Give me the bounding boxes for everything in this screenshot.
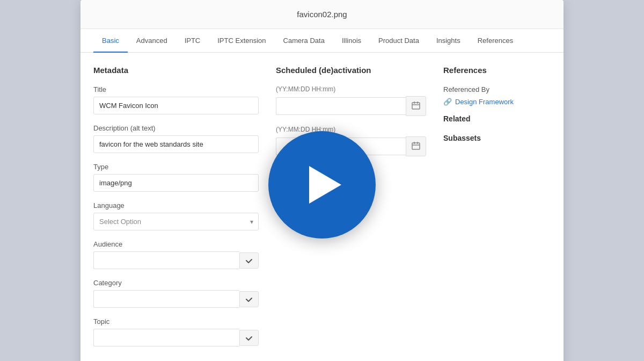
topic-input-wrapper — [93, 329, 259, 346]
audience-input-wrapper — [93, 251, 259, 269]
tab-iptc[interactable]: IPTC — [176, 29, 209, 52]
category-field-group: Category — [93, 279, 259, 308]
checkmark-icon — [245, 334, 253, 342]
tab-illinois[interactable]: Illinois — [333, 29, 370, 52]
topic-input[interactable] — [93, 329, 239, 346]
referenced-by-section: Referenced By 🔗 Design Framework — [443, 85, 551, 106]
svg-rect-4 — [412, 143, 420, 149]
tab-references[interactable]: References — [469, 29, 522, 52]
tab-iptc-extension[interactable]: IPTC Extension — [209, 29, 274, 52]
link-icon: 🔗 — [443, 98, 452, 106]
references-sidebar-title: References — [443, 66, 551, 75]
title-field-group: Title — [93, 85, 259, 114]
category-label: Category — [93, 279, 259, 287]
subassets-section: Subassets — [443, 134, 551, 142]
type-input[interactable] — [93, 174, 259, 192]
metadata-form: Metadata Title Description (alt text) Ty… — [93, 66, 259, 356]
main-window: favicon02.png Basic Advanced IPTC IPTC E… — [80, 0, 564, 361]
audience-input[interactable] — [93, 251, 239, 269]
play-icon — [309, 166, 341, 204]
category-checkbox-button[interactable] — [239, 291, 259, 307]
svg-rect-0 — [412, 103, 420, 109]
subassets-label: Subassets — [443, 134, 551, 142]
description-input[interactable] — [93, 135, 259, 153]
tab-product-data[interactable]: Product Data — [370, 29, 428, 52]
topic-checkbox-button[interactable] — [239, 330, 259, 346]
checkmark-icon — [245, 295, 253, 303]
related-section: Related — [443, 114, 551, 123]
title-input[interactable] — [93, 97, 259, 114]
deactivation-label: (YY:MM:DD HH:mm) — [276, 126, 426, 133]
description-label: Description (alt text) — [93, 124, 259, 132]
category-input-wrapper — [93, 290, 259, 308]
audience-checkbox-button[interactable] — [239, 252, 259, 269]
activation-label: (YY:MM:DD HH:mm) — [276, 85, 426, 93]
type-field-group: Type — [93, 163, 259, 192]
language-field-group: Language Select Option ▾ — [93, 201, 259, 230]
topic-field-group: Topic — [93, 317, 259, 346]
activation-input-wrapper — [276, 96, 426, 116]
tab-basic[interactable]: Basic — [93, 29, 128, 52]
design-framework-label: Design Framework — [455, 98, 514, 106]
title-label: Title — [93, 85, 259, 93]
topic-label: Topic — [93, 317, 259, 326]
calendar-icon — [412, 101, 420, 110]
tab-bar: Basic Advanced IPTC IPTC Extension Camer… — [80, 29, 564, 53]
metadata-title: Metadata — [93, 66, 259, 75]
checkmark-icon — [245, 257, 253, 264]
related-label: Related — [443, 114, 551, 123]
references-sidebar: References Referenced By 🔗 Design Framew… — [443, 66, 551, 356]
scheduled-title: Scheduled (de)activation — [276, 66, 426, 75]
activation-field-group: (YY:MM:DD HH:mm) — [276, 85, 426, 116]
tab-advanced[interactable]: Advanced — [128, 29, 176, 52]
tab-insights[interactable]: Insights — [428, 29, 469, 52]
referenced-by-label: Referenced By — [443, 85, 551, 93]
calendar-icon — [412, 141, 420, 150]
audience-label: Audience — [93, 240, 259, 248]
language-label: Language — [93, 201, 259, 210]
window-title: favicon02.png — [80, 0, 564, 29]
tab-camera-data[interactable]: Camera Data — [275, 29, 333, 52]
category-input[interactable] — [93, 290, 239, 308]
description-field-group: Description (alt text) — [93, 124, 259, 153]
deactivation-calendar-button[interactable] — [406, 136, 426, 156]
video-play-button[interactable] — [268, 131, 376, 239]
activation-calendar-button[interactable] — [406, 96, 426, 116]
audience-field-group: Audience — [93, 240, 259, 269]
language-select[interactable]: Select Option — [93, 213, 259, 230]
design-framework-link[interactable]: 🔗 Design Framework — [443, 98, 551, 106]
language-select-wrapper: Select Option ▾ — [93, 213, 259, 230]
activation-input[interactable] — [276, 97, 406, 115]
type-label: Type — [93, 163, 259, 171]
